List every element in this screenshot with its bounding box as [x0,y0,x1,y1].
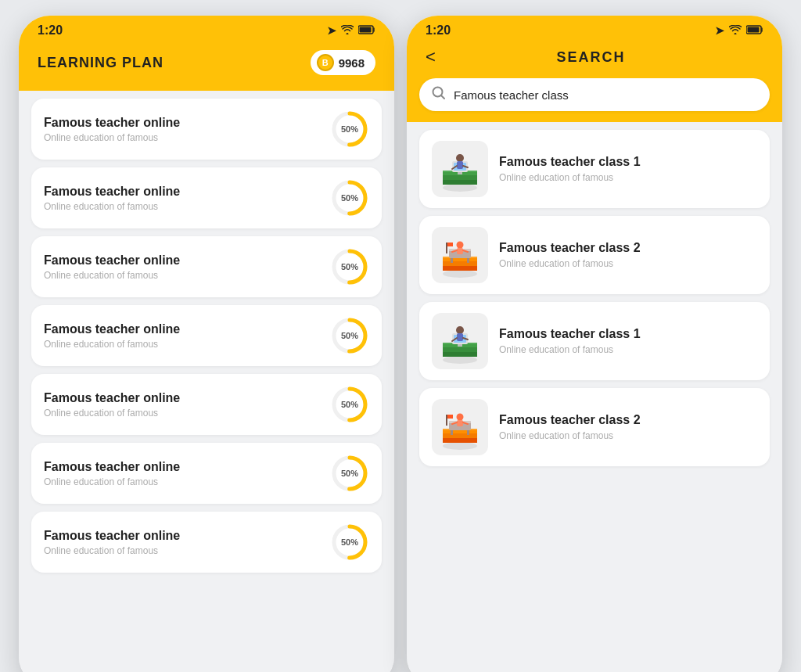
list-item[interactable]: Famous teacher class 2 Online education … [419,216,770,294]
course-list: Famous teacher online Online education o… [19,91,394,666]
result-subtitle: Online education of famous [499,172,641,183]
home-indicator [19,666,394,672]
svg-point-40 [457,242,464,249]
list-item[interactable]: Famous teacher class 1 Online education … [419,302,770,380]
search-page-title: SEARCH [445,49,737,66]
list-item[interactable]: Famous teacher class 1 Online education … [419,130,770,208]
time-right: 1:20 [426,23,451,38]
progress-label: 50% [341,193,358,203]
search-results-list: Famous teacher class 1 Online education … [407,122,782,666]
course-subtitle: Online education of famous [44,408,180,419]
search-page-header: < SEARCH [407,42,782,78]
course-title: Famous teacher online [44,253,180,268]
status-icons-right: ➤ [715,24,763,37]
result-title: Famous teacher class 2 [499,413,641,427]
list-item[interactable]: Famous teacher online Online education o… [31,236,382,297]
svg-point-27 [456,154,464,162]
progress-ring: 50% [330,247,369,286]
svg-rect-53 [458,344,462,347]
page-title: LEARNING PLAN [38,55,163,71]
status-bar-left: 1:20 ➤ [19,16,394,42]
list-item[interactable]: Famous teacher online Online education o… [31,512,382,573]
search-query: Famous teacher class [454,88,569,102]
list-item[interactable]: Famous teacher online Online education o… [31,374,382,435]
progress-label: 50% [341,400,358,409]
svg-marker-33 [443,261,477,266]
progress-ring: 50% [330,385,369,424]
course-title: Famous teacher online [44,529,180,543]
result-title: Famous teacher class 1 [499,327,641,341]
svg-rect-1 [360,27,372,33]
svg-rect-45 [447,243,453,246]
progress-label: 50% [341,537,358,547]
result-title: Famous teacher class 1 [499,155,641,169]
svg-point-31 [443,270,477,278]
wifi-icon [729,24,742,37]
location-icon: ➤ [327,24,336,37]
list-item[interactable]: Famous teacher online Online education o… [31,443,382,504]
course-subtitle: Online education of famous [44,201,180,212]
progress-label: 50% [341,469,358,478]
course-subtitle: Online education of famous [44,132,180,143]
course-title: Famous teacher online [44,322,180,336]
course-title: Famous teacher online [44,460,180,474]
svg-point-46 [443,356,477,364]
svg-rect-39 [467,258,469,263]
course-subtitle: Online education of famous [44,476,180,487]
progress-ring: 50% [330,178,369,217]
course-thumbnail [432,141,488,197]
wifi-icon [341,24,354,37]
back-button[interactable]: < [426,49,436,66]
svg-point-58 [443,442,477,450]
list-item[interactable]: Famous teacher class 2 Online education … [419,388,770,466]
list-item[interactable]: Famous teacher online Online education o… [31,305,382,366]
svg-rect-71 [446,415,447,426]
search-bar-container: Famous teacher class [407,78,782,122]
svg-rect-66 [467,430,469,435]
progress-label: 50% [341,262,358,271]
svg-rect-55 [457,333,463,341]
progress-ring: 50% [330,110,369,149]
coin-icon: B [317,54,334,71]
home-indicator-right [407,666,782,672]
course-title: Famous teacher online [44,185,180,199]
right-phone: 1:20 ➤ < SEARCH [407,16,782,672]
left-phone: 1:20 ➤ LEARNING PLAN [19,16,394,672]
list-item[interactable]: Famous teacher online Online education o… [31,99,382,160]
battery-icon [746,24,763,37]
learning-plan-header: LEARNING PLAN B 9968 [19,42,394,91]
course-subtitle: Online education of famous [44,545,180,556]
svg-rect-38 [451,258,453,263]
svg-rect-26 [458,172,462,174]
result-subtitle: Online education of famous [499,430,641,441]
course-thumbnail [432,399,488,455]
status-icons-left: ➤ [327,24,375,37]
svg-rect-17 [748,27,760,33]
svg-rect-68 [457,420,463,426]
progress-ring: 50% [330,523,369,562]
svg-marker-60 [443,433,477,438]
list-item[interactable]: Famous teacher online Online education o… [31,167,382,228]
result-title: Famous teacher class 2 [499,241,641,255]
coin-amount: 9968 [339,56,365,70]
svg-marker-32 [443,266,477,271]
time-left: 1:20 [38,23,63,38]
progress-label: 50% [341,331,358,340]
search-bar[interactable]: Famous teacher class [419,78,770,111]
svg-point-67 [457,414,464,421]
svg-point-54 [456,326,464,334]
svg-point-19 [443,184,477,192]
search-icon [432,86,446,103]
svg-rect-72 [447,415,453,419]
coin-badge: B 9968 [311,50,375,75]
location-icon: ➤ [715,24,724,37]
svg-marker-21 [443,175,477,180]
course-thumbnail [432,227,488,283]
course-subtitle: Online education of famous [44,270,180,281]
svg-rect-41 [457,248,463,254]
progress-ring: 50% [330,316,369,355]
svg-rect-65 [451,430,453,435]
course-subtitle: Online education of famous [44,339,180,350]
result-subtitle: Online education of famous [499,258,641,269]
progress-label: 50% [341,124,358,134]
